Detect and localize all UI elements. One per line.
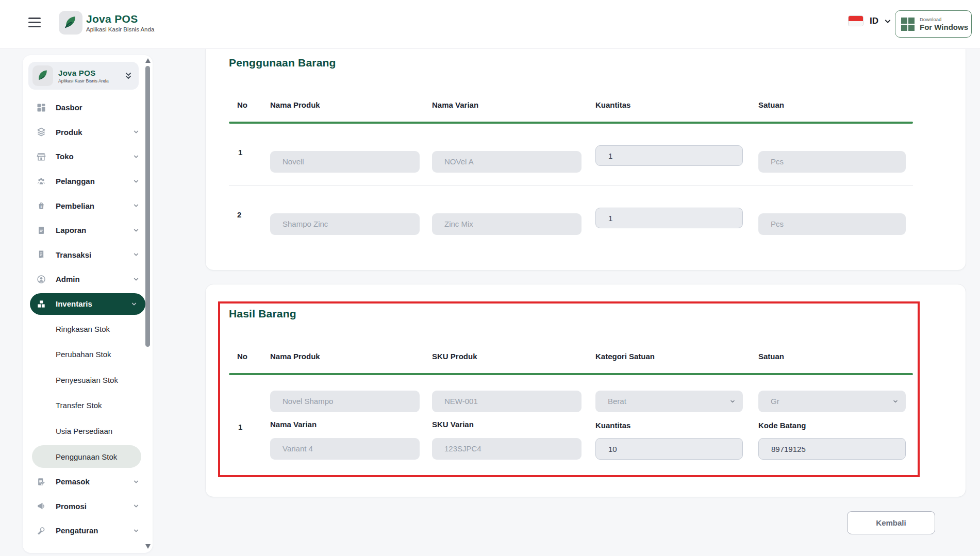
sidebar-app-subtitle: Aplikasi Kasir Bisnis Anda bbox=[58, 78, 109, 83]
chevron-down-icon bbox=[131, 477, 141, 487]
usage-row1-qty-field[interactable]: 1 bbox=[595, 145, 743, 166]
leaf-logo-icon bbox=[59, 11, 82, 35]
chevron-down-icon bbox=[131, 501, 141, 511]
usage-row2-qty-field[interactable]: 1 bbox=[595, 208, 743, 228]
result-sku-field[interactable]: NEW-001 bbox=[432, 391, 582, 412]
leaf-logo-icon bbox=[32, 65, 53, 86]
sidebar-subitem-perubahan-stok[interactable]: Perubahan Stok bbox=[28, 342, 147, 367]
result-unit-select[interactable]: Gr bbox=[758, 391, 906, 412]
sidebar-item-pelanggan[interactable]: Pelanggan bbox=[28, 169, 147, 194]
language-selector[interactable]: ID bbox=[848, 15, 893, 26]
usage-row2-variant-field[interactable]: Zinc Mix bbox=[432, 213, 582, 235]
result-row-no: 1 bbox=[238, 423, 242, 431]
result-category-select[interactable]: Berat bbox=[595, 391, 743, 412]
chevron-down-icon bbox=[892, 398, 899, 405]
download-for-windows-button[interactable]: Download For Windows bbox=[895, 10, 972, 38]
sku-variant-label: SKU Varian bbox=[432, 420, 474, 429]
product-icon bbox=[36, 127, 46, 137]
usage-card: Penggunaan Barang No Nama Produk Nama Va… bbox=[205, 49, 966, 271]
store-icon bbox=[36, 151, 46, 162]
chevron-down-icon bbox=[131, 176, 141, 187]
sidebar-subitem-ringkasan-stok[interactable]: Ringkasan Stok bbox=[28, 316, 147, 342]
app-logo bbox=[59, 11, 82, 35]
back-button[interactable]: Kembali bbox=[847, 511, 935, 534]
sidebar-subitem-usia-persediaan[interactable]: Usia Persediaan bbox=[28, 418, 147, 444]
result-variant-field[interactable]: Variant 4 bbox=[270, 438, 420, 460]
windows-icon bbox=[901, 18, 915, 31]
scroll-down-arrow-icon[interactable] bbox=[145, 544, 151, 549]
receipt-icon bbox=[36, 249, 46, 260]
chevron-down-icon bbox=[129, 299, 139, 309]
sidebar-scrollbar[interactable] bbox=[145, 57, 151, 550]
sidebar-item-pembelian[interactable]: $ Pembelian bbox=[28, 193, 147, 218]
inventory-boxes-icon bbox=[36, 299, 46, 309]
result-col-unit: Satuan bbox=[758, 352, 784, 361]
usage-title: Penggunaan Barang bbox=[229, 57, 336, 69]
chevron-down-icon bbox=[131, 225, 141, 235]
sidebar-item-pemasok[interactable]: Pemasok bbox=[28, 469, 147, 494]
sidebar-item-promosi[interactable]: Promosi bbox=[28, 494, 147, 519]
usage-row2-product-field[interactable]: Shampo Zinc bbox=[270, 213, 420, 235]
double-chevron-down-icon[interactable] bbox=[123, 71, 134, 81]
sidebar-nav: Dasbor Produk Toko bbox=[28, 95, 147, 543]
megaphone-icon bbox=[36, 501, 46, 511]
chevron-down-icon bbox=[131, 127, 141, 137]
sidebar: Jova POS Aplikasi Kasir Bisnis Anda Dasb… bbox=[23, 55, 153, 553]
indonesia-flag-icon bbox=[848, 15, 863, 26]
sidebar-item-pengaturan[interactable]: Pengaturan bbox=[28, 518, 147, 543]
table-header-rule bbox=[229, 122, 913, 124]
usage-row1-no: 1 bbox=[238, 148, 242, 157]
sidebar-item-laporan[interactable]: Laporan bbox=[28, 218, 147, 243]
supplier-icon bbox=[36, 477, 46, 487]
sidebar-item-admin[interactable]: Admin bbox=[28, 267, 147, 292]
usage-col-product: Nama Produk bbox=[270, 100, 320, 109]
chevron-down-icon bbox=[131, 274, 141, 284]
dashboard-icon bbox=[36, 103, 46, 113]
sidebar-subitem-penyesuaian-stok[interactable]: Penyesuaian Stok bbox=[28, 367, 147, 393]
usage-row1-unit-field[interactable]: Pcs bbox=[758, 151, 906, 173]
app-subtitle: Aplikasi Kasir Bisnis Anda bbox=[86, 26, 154, 32]
result-sku-variant-field[interactable]: 123SJPC4 bbox=[432, 438, 582, 460]
scrollbar-thumb[interactable] bbox=[145, 66, 150, 347]
usage-row1-variant-field[interactable]: NOVel A bbox=[432, 151, 582, 173]
quantity-label: Kuantitas bbox=[595, 421, 630, 430]
usage-col-qty: Kuantitas bbox=[595, 100, 630, 109]
chevron-down-icon bbox=[131, 526, 141, 536]
purchase-bag-icon: $ bbox=[36, 200, 46, 211]
result-col-no: No bbox=[237, 352, 247, 361]
result-card: Hasil Barang No Nama Produk SKU Produk K… bbox=[205, 284, 966, 497]
sidebar-item-produk[interactable]: Produk bbox=[28, 120, 147, 145]
app-logo-text: Jova POS Aplikasi Kasir Bisnis Anda bbox=[86, 13, 154, 32]
sidebar-logo bbox=[32, 65, 53, 86]
chevron-down-icon bbox=[131, 151, 141, 162]
sidebar-subitem-transfer-stok[interactable]: Transfer Stok bbox=[28, 393, 147, 418]
admin-user-icon bbox=[36, 274, 46, 284]
row-divider bbox=[229, 186, 913, 186]
result-barcode-field[interactable]: 89719125 bbox=[758, 438, 906, 460]
sidebar-item-inventaris[interactable]: Inventaris bbox=[30, 293, 145, 315]
result-product-field[interactable]: Novel Shampo bbox=[270, 391, 420, 412]
sidebar-app-title: Jova POS bbox=[58, 69, 109, 77]
chevron-down-icon bbox=[131, 249, 141, 260]
sidebar-logo-card[interactable]: Jova POS Aplikasi Kasir Bisnis Anda bbox=[28, 62, 139, 90]
settings-icon bbox=[36, 526, 46, 536]
report-icon bbox=[36, 225, 46, 235]
sidebar-subitem-penggunaan-stok[interactable]: Penggunaan Stok bbox=[32, 445, 141, 468]
result-qty-field[interactable]: 10 bbox=[595, 438, 743, 460]
result-col-product: Nama Produk bbox=[270, 352, 320, 361]
sidebar-item-transaksi[interactable]: Transaksi bbox=[28, 243, 147, 267]
usage-row2-unit-field[interactable]: Pcs bbox=[758, 213, 906, 235]
hamburger-menu-icon[interactable] bbox=[28, 18, 41, 28]
result-col-category: Kategori Satuan bbox=[595, 352, 655, 361]
sidebar-item-dasbor[interactable]: Dasbor bbox=[28, 95, 147, 120]
scroll-up-arrow-icon[interactable] bbox=[145, 58, 151, 63]
sidebar-item-toko[interactable]: Toko bbox=[28, 144, 147, 169]
usage-row1-product-field[interactable]: Novell bbox=[270, 151, 420, 173]
chevron-down-icon bbox=[883, 16, 893, 26]
barcode-label: Kode Batang bbox=[758, 421, 806, 430]
chevron-down-icon bbox=[729, 398, 736, 405]
top-header: Jova POS Aplikasi Kasir Bisnis Anda ID D… bbox=[0, 0, 980, 49]
download-small-label: Download bbox=[920, 16, 968, 22]
jova-pos-app: Jova POS Aplikasi Kasir Bisnis Anda ID D… bbox=[0, 0, 980, 556]
app-title: Jova POS bbox=[86, 13, 154, 25]
